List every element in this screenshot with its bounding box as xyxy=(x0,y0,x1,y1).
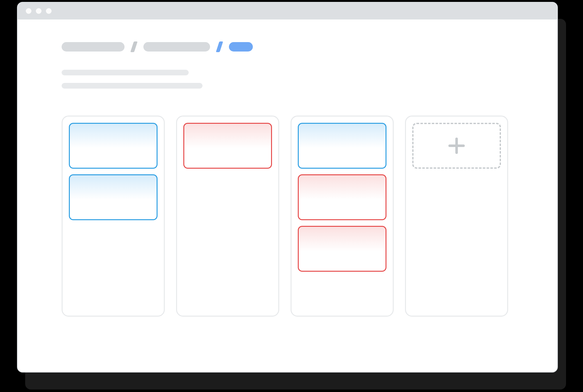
breadcrumb-separator-icon xyxy=(130,41,137,52)
board-column[interactable] xyxy=(62,116,165,317)
minimize-icon[interactable] xyxy=(36,8,42,14)
card[interactable] xyxy=(298,123,386,169)
card[interactable] xyxy=(69,123,158,169)
card[interactable] xyxy=(298,174,386,220)
breadcrumb-separator-icon xyxy=(216,41,223,52)
board-column-add[interactable] xyxy=(405,116,508,317)
description-line-2 xyxy=(62,83,203,89)
breadcrumb-item-2[interactable] xyxy=(143,42,210,52)
titlebar xyxy=(18,3,557,19)
description-line-1 xyxy=(62,70,189,75)
card[interactable] xyxy=(69,174,158,220)
breadcrumb-item-1[interactable] xyxy=(62,42,125,52)
board-column[interactable] xyxy=(291,116,394,317)
maximize-icon[interactable] xyxy=(46,8,52,14)
breadcrumb-item-3-active[interactable] xyxy=(229,42,253,52)
content-area xyxy=(18,19,557,317)
board-column[interactable] xyxy=(176,116,279,317)
card[interactable] xyxy=(298,226,386,272)
stage xyxy=(0,0,583,392)
card[interactable] xyxy=(183,123,272,169)
plus-icon xyxy=(448,138,465,154)
kanban-board xyxy=(62,116,513,317)
app-window xyxy=(17,2,558,373)
close-icon[interactable] xyxy=(26,8,31,14)
breadcrumb xyxy=(62,41,513,52)
add-card-button[interactable] xyxy=(412,123,501,169)
